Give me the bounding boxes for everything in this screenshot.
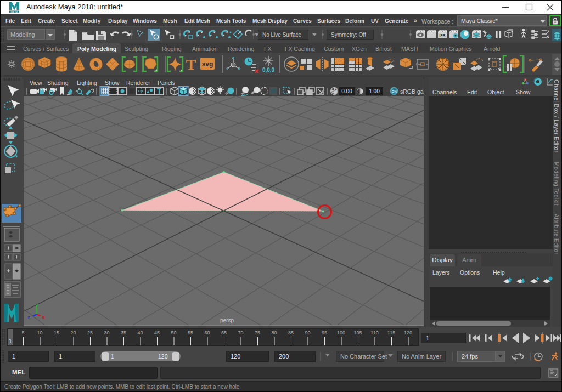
svg-text:120: 120 [404, 330, 412, 336]
svg-text:105: 105 [353, 330, 362, 336]
svg-text:40: 40 [137, 330, 143, 336]
svg-text:100: 100 [337, 330, 345, 336]
svg-text:110: 110 [370, 330, 378, 336]
svg-text:45: 45 [154, 330, 160, 336]
svg-text:IPR: IPR [440, 33, 446, 37]
svg-text:M A Y A: M A Y A [11, 11, 18, 13]
svg-text:5: 5 [21, 330, 24, 336]
svg-text:75: 75 [255, 330, 260, 336]
svg-text:0,0,0: 0,0,0 [262, 67, 275, 73]
svg-text:x: x [42, 314, 44, 320]
svg-text:ON: ON [392, 90, 397, 93]
svg-text:y: y [35, 303, 38, 308]
svg-text:60: 60 [204, 330, 210, 336]
svg-text:0.00: 0.00 [341, 88, 352, 94]
svg-text:z: z [27, 315, 30, 320]
svg-text:svg: svg [202, 60, 213, 68]
svg-text:85: 85 [288, 330, 294, 336]
svg-text:90: 90 [305, 330, 310, 336]
svg-text:15: 15 [54, 330, 59, 336]
svg-text:25: 25 [87, 330, 93, 336]
svg-text:115: 115 [387, 330, 395, 336]
svg-text:1.00: 1.00 [369, 88, 380, 94]
svg-text:80: 80 [271, 330, 277, 336]
svg-text:sRGB gam: sRGB gam [400, 88, 424, 95]
svg-text:35: 35 [121, 330, 126, 336]
svg-text:95: 95 [322, 330, 327, 336]
svg-text:20: 20 [70, 330, 76, 336]
svg-text:persp: persp [220, 317, 234, 323]
svg-text:55: 55 [188, 330, 193, 336]
svg-text:70: 70 [238, 330, 243, 336]
svg-text:10: 10 [37, 330, 42, 336]
svg-text:50: 50 [171, 330, 176, 336]
svg-text:30: 30 [104, 330, 109, 336]
svg-text:65: 65 [221, 330, 227, 336]
svg-text:T: T [186, 56, 196, 73]
